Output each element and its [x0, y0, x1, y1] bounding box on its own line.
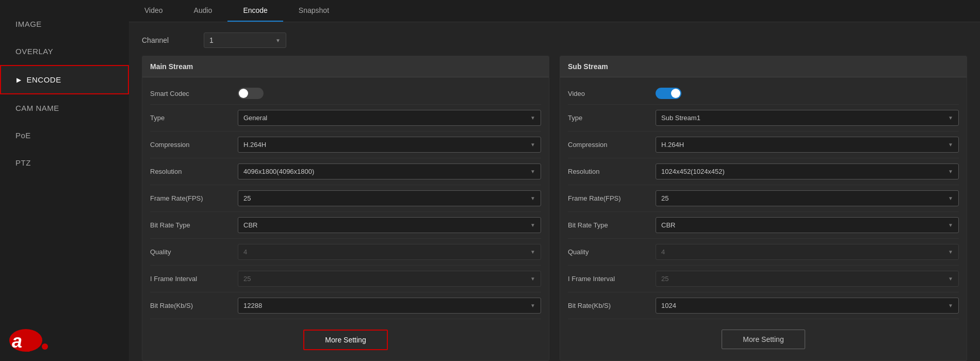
sub-compression-select[interactable]: H.264H ▼	[656, 137, 959, 153]
sub-bit-rate-kbs-control: 1024 ▼	[656, 298, 959, 314]
main-compression-label: Compression	[150, 141, 238, 149]
channel-select[interactable]: 1 ▼	[204, 32, 286, 48]
chevron-down-icon: ▼	[530, 249, 535, 255]
main-resolution-control: 4096x1800(4096x1800) ▼	[238, 163, 541, 179]
sub-quality-label: Quality	[568, 248, 656, 256]
sidebar-item-label: ENCODE	[27, 75, 61, 84]
sub-more-setting-row: More Setting	[568, 319, 959, 354]
main-quality-row: Quality 4 ▼	[150, 239, 541, 266]
sub-type-label: Type	[568, 114, 656, 122]
sub-resolution-select[interactable]: 1024x452(1024x452) ▼	[656, 163, 959, 179]
main-i-frame-interval-control: 25 ▼	[238, 271, 541, 287]
main-type-select[interactable]: General ▼	[238, 110, 541, 126]
sidebar-item-label: PoE	[15, 131, 31, 140]
sub-compression-control: H.264H ▼	[656, 137, 959, 153]
main-smart-codec-label: Smart Codec	[150, 90, 238, 97]
main-type-label: Type	[150, 114, 238, 122]
tab-encode[interactable]: Encode	[227, 0, 283, 22]
main-compression-select[interactable]: H.264H ▼	[238, 137, 541, 153]
sub-video-row: Video	[568, 83, 959, 105]
main-bit-rate-kbs-select[interactable]: 12288 ▼	[238, 298, 541, 314]
sidebar-item-overlay[interactable]: OVERLAY	[0, 38, 129, 65]
main-smart-codec-control	[238, 88, 541, 99]
sub-compression-row: Compression H.264H ▼	[568, 132, 959, 158]
sidebar: IMAGE OVERLAY ▶ ENCODE CAM NAME PoE PTZ …	[0, 0, 129, 361]
main-stream-body: Smart Codec Type General	[142, 77, 549, 360]
main-more-setting-row: More Setting	[150, 319, 541, 355]
sub-bit-rate-type-row: Bit Rate Type CBR ▼	[568, 212, 959, 239]
chevron-down-icon: ▼	[530, 222, 535, 228]
sub-bit-rate-type-label: Bit Rate Type	[568, 221, 656, 229]
main-resolution-label: Resolution	[150, 168, 238, 175]
main-frame-rate-label: Frame Rate(FPS)	[150, 194, 238, 202]
main-type-control: General ▼	[238, 110, 541, 126]
main-bit-rate-type-select[interactable]: CBR ▼	[238, 217, 541, 233]
svg-text:a: a	[12, 331, 22, 352]
svg-point-3	[42, 343, 48, 350]
chevron-down-icon: ▼	[530, 276, 535, 282]
sub-frame-rate-select[interactable]: 25 ▼	[656, 190, 959, 206]
main-bit-rate-type-label: Bit Rate Type	[150, 221, 238, 229]
sub-resolution-control: 1024x452(1024x452) ▼	[656, 163, 959, 179]
sub-video-toggle[interactable]	[656, 88, 681, 99]
main-stream-header: Main Stream	[142, 56, 549, 77]
sub-stream-panel: Sub Stream Video Type	[560, 56, 967, 361]
main-i-frame-interval-select: 25 ▼	[238, 271, 541, 287]
sub-video-control	[656, 88, 959, 99]
main-bit-rate-kbs-control: 12288 ▼	[238, 298, 541, 314]
sub-more-setting-button[interactable]: More Setting	[722, 330, 805, 349]
channel-label: Channel	[142, 36, 193, 44]
logo-area: a p	[8, 321, 54, 353]
sidebar-item-label: IMAGE	[15, 20, 42, 28]
tab-snapshot[interactable]: Snapshot	[283, 0, 345, 22]
main-stream-panel: Main Stream Smart Codec Type	[142, 56, 549, 361]
main-frame-rate-select[interactable]: 25 ▼	[238, 190, 541, 206]
sub-i-frame-interval-row: I Frame Interval 25 ▼	[568, 266, 959, 292]
chevron-down-icon: ▼	[948, 115, 953, 121]
main-i-frame-interval-label: I Frame Interval	[150, 275, 238, 283]
main-quality-label: Quality	[150, 248, 238, 256]
toggle-knob	[671, 89, 680, 98]
chevron-down-icon: ▼	[948, 276, 953, 282]
main-smart-codec-row: Smart Codec	[150, 83, 541, 105]
sub-type-row: Type Sub Stream1 ▼	[568, 105, 959, 132]
main-quality-select: 4 ▼	[238, 244, 541, 260]
sidebar-item-label: PTZ	[15, 158, 31, 167]
main-content: Video Audio Encode Snapshot Channel 1 ▼	[129, 0, 980, 361]
chevron-down-icon: ▼	[948, 249, 953, 255]
svg-text:p: p	[27, 331, 39, 352]
sub-frame-rate-row: Frame Rate(FPS) 25 ▼	[568, 185, 959, 212]
main-bit-rate-kbs-label: Bit Rate(Kb/S)	[150, 302, 238, 309]
sidebar-item-image[interactable]: IMAGE	[0, 10, 129, 38]
main-bit-rate-kbs-row: Bit Rate(Kb/S) 12288 ▼	[150, 292, 541, 319]
sub-type-select[interactable]: Sub Stream1 ▼	[656, 110, 959, 126]
chevron-down-icon: ▼	[948, 195, 953, 201]
streams-container: Main Stream Smart Codec Type	[142, 56, 967, 361]
chevron-down-icon: ▼	[530, 115, 535, 121]
sidebar-item-cam-name[interactable]: CAM NAME	[0, 94, 129, 122]
sub-bit-rate-type-select[interactable]: CBR ▼	[656, 217, 959, 233]
chevron-down-icon: ▼	[948, 303, 953, 308]
tab-audio[interactable]: Audio	[178, 0, 228, 22]
tab-video[interactable]: Video	[129, 0, 178, 22]
toggle-knob	[239, 89, 248, 98]
tab-bar: Video Audio Encode Snapshot	[129, 0, 980, 22]
sidebar-item-encode[interactable]: ▶ ENCODE	[0, 65, 129, 94]
main-type-row: Type General ▼	[150, 105, 541, 132]
sub-i-frame-interval-select: 25 ▼	[656, 271, 959, 287]
chevron-down-icon: ▼	[948, 222, 953, 228]
chevron-down-icon: ▼	[530, 169, 535, 174]
sub-frame-rate-control: 25 ▼	[656, 190, 959, 206]
sub-bit-rate-kbs-select[interactable]: 1024 ▼	[656, 298, 959, 314]
main-resolution-row: Resolution 4096x1800(4096x1800) ▼	[150, 158, 541, 185]
main-resolution-select[interactable]: 4096x1800(4096x1800) ▼	[238, 163, 541, 179]
main-compression-control: H.264H ▼	[238, 137, 541, 153]
main-more-setting-button[interactable]: More Setting	[303, 330, 387, 350]
sidebar-item-ptz[interactable]: PTZ	[0, 149, 129, 176]
sidebar-item-poe[interactable]: PoE	[0, 122, 129, 149]
sub-quality-control: 4 ▼	[656, 244, 959, 260]
main-smart-codec-toggle[interactable]	[238, 88, 264, 99]
sub-type-control: Sub Stream1 ▼	[656, 110, 959, 126]
sub-stream-body: Video Type Sub Stream1	[560, 77, 967, 359]
channel-row: Channel 1 ▼	[142, 32, 967, 48]
